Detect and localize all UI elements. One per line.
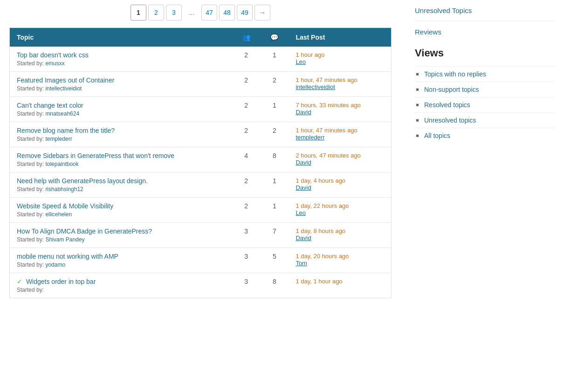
replies-count: 2 [261,72,289,97]
topic-author-link[interactable]: emusxx [45,60,64,67]
topic-title-link[interactable]: ✓ Widgets order in top bar [17,278,225,285]
last-post-cell: 1 day, 22 hours agoLeo [289,198,391,223]
last-post-author-link[interactable]: Leo [296,58,384,65]
table-row: ✓ Widgets order in top barStarted by: 38… [10,273,392,298]
topic-cell: Website Speed & Mobile VisibilityStarted… [10,198,232,223]
topic-author-link[interactable]: mnatseah624 [45,110,79,117]
views-heading: Views [415,47,555,59]
topic-started-by: Started by: emusxx [17,60,225,67]
topic-author-link[interactable]: tolepaintbook [45,161,78,167]
pin-icon: ✦ [413,69,422,79]
sidebar: Unresolved Topics Reviews Views ✦Topics … [406,5,555,298]
replies-count: 1 [261,172,289,198]
topic-title-link[interactable]: Featured Images out of Container [17,76,225,84]
topic-title-link[interactable]: mobile menu not working with AMP [17,253,225,260]
topic-started-by: Started by: Shivam Pandey [17,236,225,243]
topic-author-link[interactable]: rishabhsingh12 [45,186,83,193]
main-content: 1 2 3 ... 47 48 49 → Topic 👥 💬 Last Post… [9,5,392,298]
users-count: 2 [232,172,261,198]
topic-cell: Remove Sidebars in GeneratePress that wo… [10,147,232,172]
topic-started-by: Started by: templederr [17,136,225,142]
last-post-time: 1 day, 1 hour ago [296,278,384,285]
table-row: Top bar doesn't work cssStarted by: emus… [10,47,392,72]
last-post-author-link[interactable]: David [296,159,384,166]
topic-started-by: Started by: rishabhsingh12 [17,186,225,193]
last-post-cell: 2 hours, 47 minutes agoDavid [289,147,391,172]
topic-title-link[interactable]: Can't change text color [17,102,225,109]
topic-author-link[interactable]: yodamo [45,261,65,268]
views-item-link-1[interactable]: Non-support topics [424,86,479,93]
pagination: 1 2 3 ... 47 48 49 → [9,5,392,21]
sidebar-divider-1 [415,21,555,21]
users-count: 4 [232,147,261,172]
views-list: ✦Topics with no replies✦Non-support topi… [415,66,555,143]
replies-count: 8 [261,273,289,298]
users-count: 3 [232,248,261,273]
last-post-author-link[interactable]: templederr [296,134,384,141]
topic-cell: How To Align DMCA Badge in GeneratePress… [10,223,232,248]
col-replies: 💬 [261,28,289,47]
topic-started-by: Started by: ellicehelen [17,211,225,218]
views-list-item: ✦Unresolved topics [415,112,555,128]
last-post-time: 2 hours, 47 minutes ago [296,152,384,159]
last-post-cell: 7 hours, 33 minutes agoDavid [289,97,391,122]
topic-title-link[interactable]: Remove Sidebars in GeneratePress that wo… [17,152,225,159]
table-row: Website Speed & Mobile VisibilityStarted… [10,198,392,223]
views-item-link-4[interactable]: All topics [424,132,450,139]
col-last-post: Last Post [289,28,391,47]
table-header-row: Topic 👥 💬 Last Post [10,28,392,47]
last-post-author-link[interactable]: intellectiveidiot [296,83,384,90]
sidebar-unresolved-topics-link[interactable]: Unresolved Topics [415,5,555,16]
pagination-next[interactable]: → [254,5,270,21]
last-post-author-link[interactable]: David [296,234,384,241]
pin-icon: ✦ [413,85,422,94]
views-item-link-2[interactable]: Resolved topics [424,101,470,109]
page-47[interactable]: 47 [201,5,217,21]
topic-started-by: Started by: tolepaintbook [17,161,225,167]
pagination-dots: ... [184,5,199,21]
topic-cell: Featured Images out of ContainerStarted … [10,72,232,97]
last-post-author-link[interactable]: Tom [296,260,384,267]
topic-title-link[interactable]: How To Align DMCA Badge in GeneratePress… [17,227,225,235]
topic-author-link[interactable]: Shivam Pandey [45,236,84,243]
topic-author-link[interactable]: ellicehelen [45,211,72,218]
col-topic: Topic [10,28,232,47]
table-row: Remove Sidebars in GeneratePress that wo… [10,147,392,172]
topic-title-link[interactable]: Remove blog name from the title? [17,127,225,134]
views-list-item: ✦All topics [415,128,555,143]
page-3[interactable]: 3 [166,5,182,21]
last-post-author-link[interactable]: David [296,109,384,116]
views-item-link-0[interactable]: Topics with no replies [424,70,486,78]
page-49[interactable]: 49 [237,5,253,21]
topic-started-by: Started by: [17,287,225,293]
topic-cell: Remove blog name from the title?Started … [10,122,232,147]
pin-icon: ✦ [413,100,422,110]
topic-cell: ✓ Widgets order in top barStarted by: [10,273,232,298]
table-row: How To Align DMCA Badge in GeneratePress… [10,223,392,248]
views-list-item: ✦Resolved topics [415,97,555,112]
last-post-time: 1 hour, 47 minutes ago [296,76,384,83]
topic-title-link[interactable]: Website Speed & Mobile Visibility [17,202,225,210]
topic-author-link[interactable]: intellectiveidiot [45,85,82,92]
page-48[interactable]: 48 [219,5,235,21]
topic-cell: Top bar doesn't work cssStarted by: emus… [10,47,232,72]
last-post-cell: 1 day, 8 hours agoDavid [289,223,391,248]
page-2[interactable]: 2 [148,5,164,21]
topic-title-link[interactable]: Top bar doesn't work css [17,51,225,59]
topic-title-link[interactable]: Need help with GeneratePress layout desi… [17,177,225,185]
topic-author-link[interactable]: templederr [45,136,72,142]
topic-started-by: Started by: intellectiveidiot [17,85,225,92]
last-post-author-link[interactable]: Leo [296,209,384,216]
table-row: Can't change text colorStarted by: mnats… [10,97,392,122]
last-post-author-link[interactable]: David [296,184,384,191]
last-post-time: 1 day, 8 hours ago [296,227,384,234]
last-post-time: 1 hour ago [296,51,384,58]
sidebar-reviews-link[interactable]: Reviews [415,26,555,38]
replies-count: 8 [261,147,289,172]
topic-cell: mobile menu not working with AMPStarted … [10,248,232,273]
last-post-cell: 1 day, 4 hours agoDavid [289,172,391,198]
page-1[interactable]: 1 [131,5,146,21]
last-post-cell: 1 hour agoLeo [289,47,391,72]
last-post-cell: 1 hour, 47 minutes agointellectiveidiot [289,72,391,97]
views-item-link-3[interactable]: Unresolved topics [424,117,476,124]
